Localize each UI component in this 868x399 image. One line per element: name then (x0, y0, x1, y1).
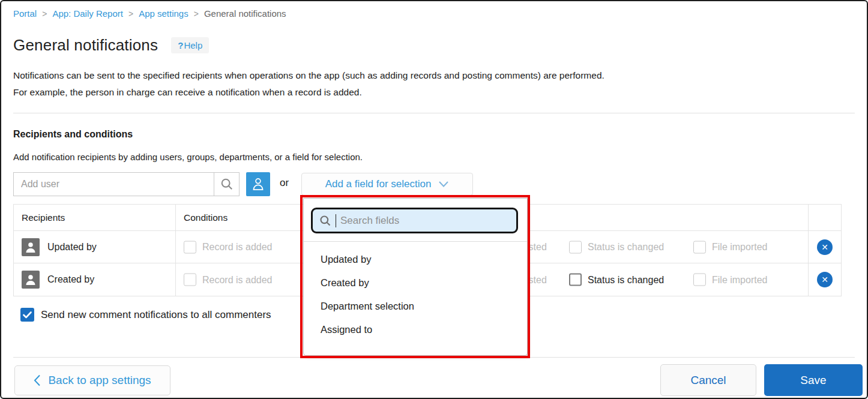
close-icon: ✕ (821, 275, 828, 284)
add-user-group (13, 172, 240, 196)
add-user-input[interactable] (14, 173, 214, 196)
remove-recipient-button[interactable]: ✕ (817, 272, 833, 287)
dropdown-divider (304, 241, 527, 242)
footer-divider (13, 357, 855, 358)
close-icon: ✕ (821, 242, 828, 252)
status-is-changed-checkbox (569, 241, 582, 253)
description-line-2: For example, the person in charge can re… (13, 84, 604, 101)
breadcrumb: Portal > App: Daily Report > App setting… (13, 8, 286, 19)
record-is-added-checkbox (184, 241, 196, 253)
question-mark-icon: ? (178, 40, 183, 50)
page-description: Notifications can be sent to the specifi… (13, 67, 604, 101)
breadcrumb-portal[interactable]: Portal (13, 8, 37, 19)
condition-label: File imported (712, 274, 767, 285)
select-user-button[interactable] (246, 172, 270, 196)
cancel-button[interactable]: Cancel (660, 364, 756, 396)
text-cursor (336, 214, 336, 227)
recipient-cell: Updated by (14, 231, 176, 263)
general-notifications-page: Portal > App: Daily Report > App setting… (0, 0, 868, 399)
title-row: General notifications ? Help (13, 36, 209, 55)
breadcrumb-app-settings[interactable]: App settings (139, 8, 188, 19)
comment-notifications-label: Send new comment notifications to all co… (41, 309, 271, 321)
user-avatar-icon (22, 238, 40, 256)
condition-label: Status is changed (588, 274, 664, 285)
remove-cell: ✕ (809, 231, 841, 263)
status-is-changed-checkbox[interactable] (569, 274, 582, 286)
search-icon (319, 215, 331, 227)
file-imported-checkbox (693, 241, 706, 253)
user-avatar-icon (22, 271, 40, 289)
condition-label: Status is changed (588, 242, 664, 253)
breadcrumb-app-daily-report[interactable]: App: Daily Report (52, 8, 123, 19)
breadcrumb-separator: > (42, 9, 47, 19)
recipient-name: Updated by (47, 242, 97, 253)
condition-label: File imported (712, 242, 767, 253)
condition-label: Record is added (202, 242, 273, 253)
recipients-section-heading: Recipients and conditions (13, 129, 133, 140)
remove-recipient-button[interactable]: ✕ (817, 239, 833, 255)
save-button[interactable]: Save (764, 364, 863, 396)
section-divider (13, 113, 855, 113)
back-button-label: Back to app settings (48, 374, 151, 387)
field-option-assigned-to[interactable]: Assigned to (304, 318, 527, 341)
breadcrumb-current: General notifications (204, 8, 286, 19)
field-option-department-selection[interactable]: Department selection (304, 295, 527, 318)
user-icon (250, 176, 266, 192)
field-list: Updated by Created by Department selecti… (304, 248, 527, 341)
breadcrumb-separator: > (128, 9, 133, 19)
condition-label: Record is added (202, 274, 273, 285)
send-comment-notifications-checkbox[interactable] (20, 308, 34, 322)
recipients-section-subheading: Add notification recipients by adding us… (13, 152, 363, 162)
field-option-created-by[interactable]: Created by (304, 271, 527, 295)
remove-header-cell (809, 205, 841, 230)
chevron-left-icon (34, 374, 41, 386)
help-link[interactable]: ? Help (171, 37, 209, 53)
field-selection-dropdown: Updated by Created by Department selecti… (303, 198, 528, 356)
check-icon (23, 311, 32, 319)
recipients-header-cell: Recipients (14, 205, 176, 230)
page-title: General notifications (13, 36, 158, 55)
recipient-cell: Created by (14, 263, 176, 296)
field-option-updated-by[interactable]: Updated by (304, 248, 527, 271)
add-field-for-selection-button[interactable]: Add a field for selection (301, 173, 473, 196)
description-line-1: Notifications can be sent to the specifi… (13, 67, 604, 84)
file-imported-checkbox (693, 274, 706, 286)
recipient-name: Created by (47, 274, 94, 285)
help-label: Help (184, 40, 202, 50)
record-is-added-checkbox (184, 274, 196, 286)
comment-notifications-row: Send new comment notifications to all co… (20, 308, 271, 322)
field-search-input[interactable] (340, 215, 510, 227)
add-field-label: Add a field for selection (325, 178, 432, 190)
chevron-down-icon (438, 181, 449, 188)
recipients-header-label: Recipients (22, 212, 65, 223)
conditions-header-label: Conditions (184, 212, 228, 223)
field-search-box (311, 208, 518, 233)
or-label: or (280, 177, 289, 189)
breadcrumb-separator: > (194, 9, 199, 19)
back-to-app-settings-button[interactable]: Back to app settings (14, 365, 170, 395)
search-icon (220, 178, 234, 191)
user-search-button[interactable] (214, 173, 239, 196)
remove-cell: ✕ (809, 263, 841, 296)
